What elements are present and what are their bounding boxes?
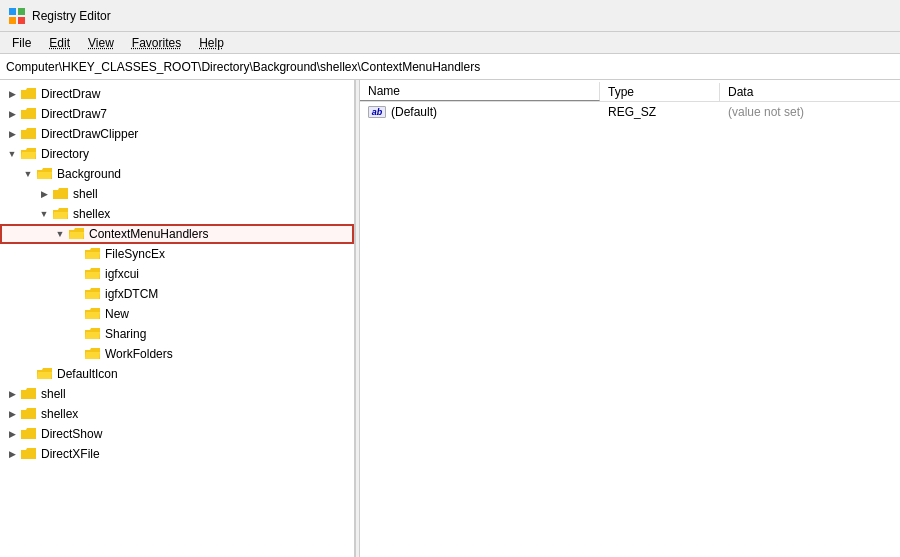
- expand-icon: ▶: [36, 189, 52, 199]
- detail-header: Name Type Data: [360, 80, 900, 102]
- app-icon: [8, 7, 26, 25]
- detail-cell-name: ab (Default): [360, 103, 600, 121]
- col-data: Data: [720, 83, 880, 101]
- tree-node-shell2[interactable]: ▶ shell: [0, 384, 354, 404]
- menu-bar: File Edit View Favorites Help: [0, 32, 900, 54]
- svg-rect-1: [18, 8, 25, 15]
- node-label: FileSyncEx: [105, 247, 165, 261]
- tree-node-directxfile[interactable]: ▶ DirectXFile: [0, 444, 354, 464]
- menu-edit[interactable]: Edit: [41, 34, 78, 52]
- node-label: igfxDTCM: [105, 287, 158, 301]
- app-title: Registry Editor: [32, 9, 111, 23]
- col-type: Type: [600, 83, 720, 101]
- node-label: ContextMenuHandlers: [89, 227, 208, 241]
- tree-node-defaulticon[interactable]: DefaultIcon: [0, 364, 354, 384]
- menu-help[interactable]: Help: [191, 34, 232, 52]
- value-name: (Default): [391, 105, 437, 119]
- folder-icon: [84, 287, 102, 301]
- folder-icon: [20, 107, 38, 121]
- tree-node-igfxcui[interactable]: igfxcui: [0, 264, 354, 284]
- node-label: shell: [73, 187, 98, 201]
- node-label: shell: [41, 387, 66, 401]
- svg-rect-0: [9, 8, 16, 15]
- node-label: DirectDraw7: [41, 107, 107, 121]
- tree-node-new[interactable]: New: [0, 304, 354, 324]
- tree-node-directshow[interactable]: ▶ DirectShow: [0, 424, 354, 444]
- folder-icon: [68, 227, 86, 241]
- expand-icon: ▶: [4, 109, 20, 119]
- folder-icon: [20, 387, 38, 401]
- expand-icon: ▶: [4, 89, 20, 99]
- tree-node-contextmenuhandlers[interactable]: ▼ ContextMenuHandlers: [0, 224, 354, 244]
- folder-icon: [36, 367, 54, 381]
- expand-icon: ▼: [52, 229, 68, 239]
- tree-pane[interactable]: ▶ DirectDraw ▶ DirectDraw7 ▶ DirectDrawC…: [0, 80, 355, 557]
- folder-icon: [52, 187, 70, 201]
- expand-icon: ▶: [4, 429, 20, 439]
- tree-node-background[interactable]: ▼ Background: [0, 164, 354, 184]
- detail-row-default[interactable]: ab (Default) REG_SZ (value not set): [360, 102, 900, 122]
- folder-icon: [52, 207, 70, 221]
- tree-node-directdraw[interactable]: ▶ DirectDraw: [0, 84, 354, 104]
- folder-icon: [20, 87, 38, 101]
- node-label: WorkFolders: [105, 347, 173, 361]
- node-label: Directory: [41, 147, 89, 161]
- menu-view[interactable]: View: [80, 34, 122, 52]
- tree-node-directdrawclipper[interactable]: ▶ DirectDrawClipper: [0, 124, 354, 144]
- address-path: Computer\HKEY_CLASSES_ROOT\Directory\Bac…: [6, 60, 480, 74]
- folder-icon: [20, 127, 38, 141]
- node-label: Sharing: [105, 327, 146, 341]
- folder-icon: [20, 447, 38, 461]
- folder-icon: [84, 247, 102, 261]
- menu-file[interactable]: File: [4, 34, 39, 52]
- title-bar: Registry Editor: [0, 0, 900, 32]
- menu-favorites[interactable]: Favorites: [124, 34, 189, 52]
- folder-icon: [84, 267, 102, 281]
- detail-cell-type: REG_SZ: [600, 103, 720, 121]
- folder-icon: [20, 407, 38, 421]
- tree-node-filesynced[interactable]: FileSyncEx: [0, 244, 354, 264]
- node-label: shellex: [41, 407, 78, 421]
- address-bar: Computer\HKEY_CLASSES_ROOT\Directory\Bac…: [0, 54, 900, 80]
- tree-node-shellex2[interactable]: ▶ shellex: [0, 404, 354, 424]
- tree-node-directory[interactable]: ▼ Directory: [0, 144, 354, 164]
- tree-node-igfxdtcm[interactable]: igfxDTCM: [0, 284, 354, 304]
- tree-node-shellex[interactable]: ▼ shellex: [0, 204, 354, 224]
- expand-icon: ▶: [4, 389, 20, 399]
- node-label: New: [105, 307, 129, 321]
- tree-node-directdraw7[interactable]: ▶ DirectDraw7: [0, 104, 354, 124]
- svg-rect-3: [18, 17, 25, 24]
- folder-icon: [36, 167, 54, 181]
- node-label: shellex: [73, 207, 110, 221]
- svg-rect-2: [9, 17, 16, 24]
- folder-icon: [84, 307, 102, 321]
- folder-icon: [84, 327, 102, 341]
- node-label: Background: [57, 167, 121, 181]
- tree-node-shell[interactable]: ▶ shell: [0, 184, 354, 204]
- reg-value-icon: ab: [368, 106, 386, 118]
- detail-cell-data: (value not set): [720, 103, 880, 121]
- node-label: DefaultIcon: [57, 367, 118, 381]
- expand-icon: ▶: [4, 449, 20, 459]
- expand-icon: ▼: [36, 209, 52, 219]
- expand-icon: ▶: [4, 409, 20, 419]
- col-name: Name: [360, 82, 600, 101]
- tree-node-sharing[interactable]: Sharing: [0, 324, 354, 344]
- expand-icon: ▶: [4, 129, 20, 139]
- node-label: igfxcui: [105, 267, 139, 281]
- node-label: DirectDraw: [41, 87, 100, 101]
- tree-node-workfolders[interactable]: WorkFolders: [0, 344, 354, 364]
- folder-icon: [20, 147, 38, 161]
- expand-icon: ▼: [20, 169, 36, 179]
- folder-icon: [84, 347, 102, 361]
- detail-pane: Name Type Data ab (Default) REG_SZ (valu…: [360, 80, 900, 557]
- folder-icon: [20, 427, 38, 441]
- node-label: DirectDrawClipper: [41, 127, 138, 141]
- node-label: DirectShow: [41, 427, 102, 441]
- node-label: DirectXFile: [41, 447, 100, 461]
- expand-icon: ▼: [4, 149, 20, 159]
- main-content: ▶ DirectDraw ▶ DirectDraw7 ▶ DirectDrawC…: [0, 80, 900, 557]
